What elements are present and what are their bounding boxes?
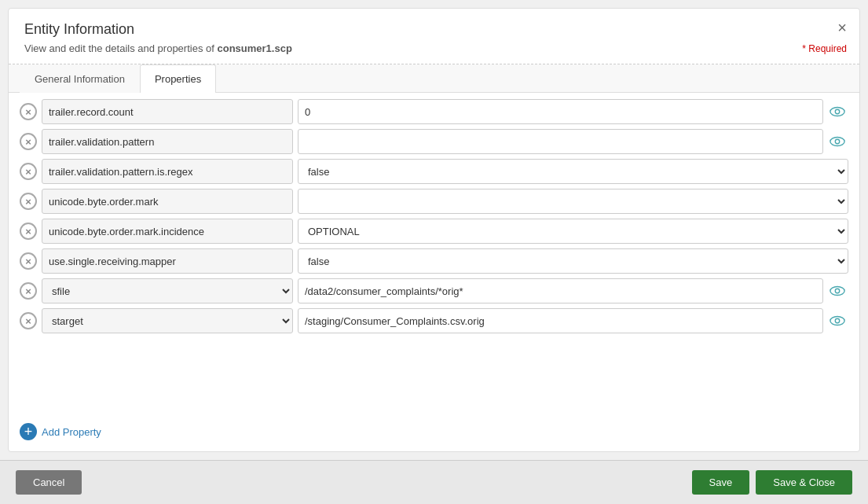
property-key-input-4[interactable] [42, 219, 293, 244]
property-value-select-3[interactable]: truefalse [298, 189, 848, 214]
property-value-wrap-3: truefalse [298, 189, 848, 214]
property-row: × [20, 99, 848, 124]
add-property-label: Add Property [42, 426, 101, 438]
remove-property-button-5[interactable]: × [20, 252, 37, 270]
tab-general[interactable]: General Information [20, 64, 140, 93]
property-row: ×falsetrue [20, 248, 848, 274]
property-value-input-0[interactable] [298, 99, 823, 124]
add-property-row: + Add Property [9, 415, 859, 451]
dialog-footer: Cancel Save Save & Close [0, 460, 868, 504]
property-key-input-2[interactable] [42, 159, 293, 184]
property-key-select-6[interactable]: sfilestargetother [42, 278, 293, 304]
svg-point-4 [830, 287, 844, 296]
svg-point-7 [835, 318, 839, 322]
remove-property-button-0[interactable]: × [20, 103, 37, 120]
remove-property-button-4[interactable]: × [20, 223, 37, 240]
property-value-wrap-0 [298, 99, 848, 124]
footer-right: Save Save & Close [692, 470, 852, 495]
remove-property-button-6[interactable]: × [20, 282, 37, 300]
save-close-button[interactable]: Save & Close [756, 470, 852, 495]
dialog-body: × × ×falsetrue×truefalse×OPTIONALREQUIRE… [9, 93, 859, 451]
svg-point-6 [830, 317, 844, 326]
property-row: ×truefalse [20, 189, 848, 214]
property-value-select-2[interactable]: falsetrue [298, 159, 848, 184]
subtitle-entity: consumer1.scp [217, 42, 291, 54]
eye-button-1[interactable] [826, 136, 848, 147]
eye-button-0[interactable] [826, 106, 848, 117]
required-label: * Required [802, 43, 847, 54]
svg-point-2 [830, 138, 844, 146]
property-value-wrap-7 [298, 308, 848, 333]
property-row: ×falsetrue [20, 159, 848, 184]
property-value-wrap-6 [298, 278, 848, 304]
property-row: × [20, 129, 848, 154]
subtitle-prefix: View and edit the details and properties… [24, 42, 217, 54]
remove-property-button-1[interactable]: × [20, 133, 37, 150]
property-value-input-7[interactable] [298, 308, 823, 333]
svg-point-5 [835, 289, 839, 292]
close-button[interactable]: × [837, 20, 847, 35]
eye-button-6[interactable] [826, 285, 848, 296]
property-key-select-7[interactable]: sfilestargetother [42, 308, 293, 333]
property-value-select-4[interactable]: OPTIONALREQUIREDFORBIDDEN [298, 219, 848, 244]
property-key-input-1[interactable] [42, 129, 293, 154]
property-key-input-0[interactable] [42, 99, 293, 124]
dialog-header: Entity Information View and edit the det… [9, 9, 859, 64]
property-key-input-3[interactable] [42, 189, 293, 214]
cancel-button[interactable]: Cancel [16, 470, 82, 495]
property-value-select-5[interactable]: falsetrue [298, 248, 848, 274]
dialog-subtitle: View and edit the details and properties… [24, 42, 844, 54]
tab-bar: General Information Properties [9, 64, 859, 93]
properties-list: × × ×falsetrue×truefalse×OPTIONALREQUIRE… [9, 93, 859, 415]
remove-property-button-7[interactable]: × [20, 312, 37, 329]
property-key-input-5[interactable] [42, 248, 293, 274]
property-row: ×OPTIONALREQUIREDFORBIDDEN [20, 219, 848, 244]
property-value-input-6[interactable] [298, 278, 823, 304]
tab-properties[interactable]: Properties [140, 64, 216, 93]
add-circle-icon: + [20, 423, 37, 440]
svg-point-3 [835, 139, 839, 143]
add-property-button[interactable]: + Add Property [20, 423, 101, 440]
property-value-wrap-1 [298, 129, 848, 154]
dialog-title: Entity Information [24, 21, 844, 38]
property-row: ×sfilestargetother [20, 278, 848, 304]
svg-point-1 [835, 109, 839, 113]
property-value-wrap-2: falsetrue [298, 159, 848, 184]
eye-button-7[interactable] [826, 315, 848, 326]
property-value-wrap-5: falsetrue [298, 248, 848, 274]
save-button[interactable]: Save [692, 470, 750, 495]
remove-property-button-3[interactable]: × [20, 193, 37, 210]
svg-point-0 [830, 108, 844, 116]
dialog-overlay: Entity Information View and edit the det… [0, 0, 868, 504]
property-row: ×sfilestargetother [20, 308, 848, 333]
property-value-wrap-4: OPTIONALREQUIREDFORBIDDEN [298, 219, 848, 244]
remove-property-button-2[interactable]: × [20, 163, 37, 180]
property-value-input-1[interactable] [298, 129, 823, 154]
entity-info-dialog: Entity Information View and edit the det… [8, 8, 860, 452]
